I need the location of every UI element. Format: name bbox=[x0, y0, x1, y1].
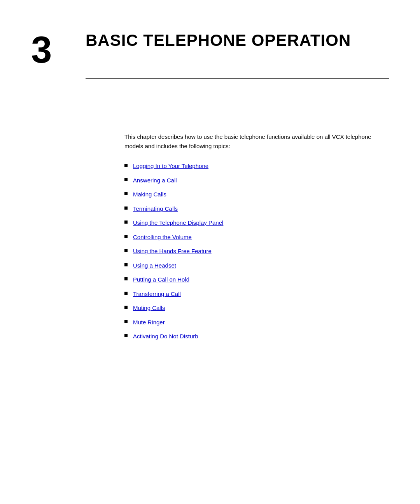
bullet-icon bbox=[124, 235, 128, 238]
toc-item: Putting a Call on Hold bbox=[124, 275, 389, 284]
bullet-icon bbox=[124, 263, 128, 266]
toc-item: Using a Headset bbox=[124, 261, 389, 270]
toc-link-terminating-calls[interactable]: Terminating Calls bbox=[133, 205, 178, 214]
toc-item: Answering a Call bbox=[124, 176, 389, 185]
toc-item: Controlling the Volume bbox=[124, 233, 389, 242]
toc-link-mute-ringer[interactable]: Mute Ringer bbox=[133, 318, 165, 327]
chapter-title: BASIC TELEPHONE OPERATION bbox=[86, 31, 351, 50]
chapter-number: 3 bbox=[31, 31, 52, 68]
bullet-icon bbox=[124, 192, 128, 195]
intro-paragraph: This chapter describes how to use the ba… bbox=[124, 132, 389, 151]
bullet-icon bbox=[124, 292, 128, 295]
toc-link-telephone-display-panel[interactable]: Using the Telephone Display Panel bbox=[133, 219, 223, 228]
toc-link-muting-calls[interactable]: Muting Calls bbox=[133, 304, 165, 313]
bullet-icon bbox=[124, 206, 128, 210]
toc-link-transferring-a-call[interactable]: Transferring a Call bbox=[133, 290, 181, 299]
bullet-icon bbox=[124, 220, 128, 224]
toc-link-controlling-volume[interactable]: Controlling the Volume bbox=[133, 233, 192, 242]
bullet-icon bbox=[124, 306, 128, 309]
toc-item: Making Calls bbox=[124, 190, 389, 199]
page: 3 BASIC TELEPHONE OPERATION This chapter… bbox=[0, 0, 420, 504]
toc-item: Using the Telephone Display Panel bbox=[124, 219, 389, 228]
toc-item: Logging In to Your Telephone bbox=[124, 162, 389, 171]
toc-link-hands-free-feature[interactable]: Using the Hands Free Feature bbox=[133, 247, 212, 256]
content-area: This chapter describes how to use the ba… bbox=[124, 132, 389, 346]
toc-item: Mute Ringer bbox=[124, 318, 389, 327]
bullet-icon bbox=[124, 320, 128, 323]
bullet-icon bbox=[124, 277, 128, 280]
bullet-icon bbox=[124, 334, 128, 337]
bullet-icon bbox=[124, 249, 128, 252]
bullet-icon bbox=[124, 164, 128, 167]
chapter-divider bbox=[86, 78, 389, 79]
toc-link-using-a-headset[interactable]: Using a Headset bbox=[133, 261, 176, 270]
toc-link-activating-do-not-disturb[interactable]: Activating Do Not Disturb bbox=[133, 332, 198, 341]
toc-link-logging-in[interactable]: Logging In to Your Telephone bbox=[133, 162, 208, 171]
toc-link-making-calls[interactable]: Making Calls bbox=[133, 190, 166, 199]
toc-list: Logging In to Your TelephoneAnswering a … bbox=[124, 162, 389, 341]
toc-item: Terminating Calls bbox=[124, 205, 389, 214]
bullet-icon bbox=[124, 178, 128, 181]
toc-link-answering-a-call[interactable]: Answering a Call bbox=[133, 176, 177, 185]
toc-item: Using the Hands Free Feature bbox=[124, 247, 389, 256]
toc-item: Transferring a Call bbox=[124, 290, 389, 299]
toc-item: Activating Do Not Disturb bbox=[124, 332, 389, 341]
toc-link-putting-on-hold[interactable]: Putting a Call on Hold bbox=[133, 275, 189, 284]
toc-item: Muting Calls bbox=[124, 304, 389, 313]
